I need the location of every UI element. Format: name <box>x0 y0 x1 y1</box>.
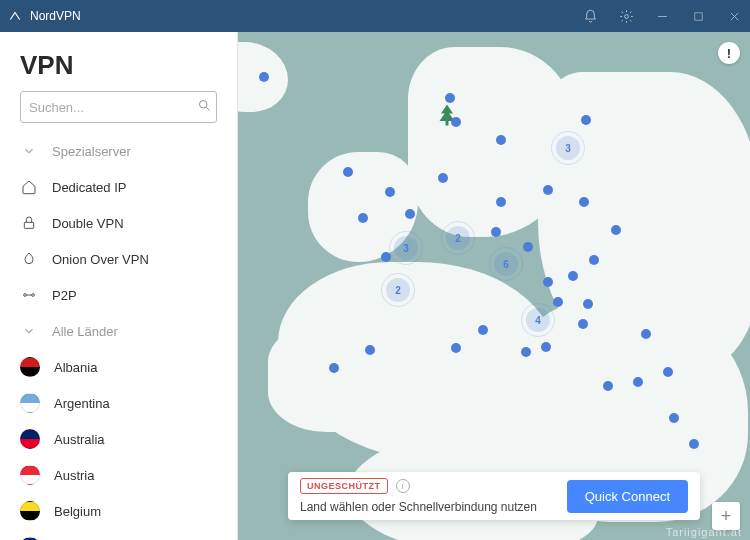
bell-icon[interactable] <box>582 8 598 24</box>
country-label: Belgium <box>54 504 101 519</box>
svg-rect-7 <box>24 222 33 228</box>
search-box[interactable] <box>20 91 217 123</box>
map-marker[interactable] <box>496 135 506 145</box>
map-marker[interactable] <box>641 329 651 339</box>
map-marker[interactable] <box>478 325 488 335</box>
server-label: Dedicated IP <box>52 180 126 195</box>
home-icon <box>20 178 38 196</box>
status-bar: UNGESCHÜTZT i Land wählen oder Schnellve… <box>288 472 700 520</box>
map-marker[interactable] <box>385 187 395 197</box>
server-label: Onion Over VPN <box>52 252 149 267</box>
lock-icon <box>20 214 38 232</box>
map-marker[interactable] <box>589 255 599 265</box>
svg-point-9 <box>32 294 35 297</box>
map-marker[interactable] <box>521 347 531 357</box>
map-marker[interactable] <box>543 185 553 195</box>
map-cluster-marker[interactable]: 4 <box>526 308 550 332</box>
onion-icon <box>20 250 38 268</box>
titlebar: NordVPN <box>0 0 750 32</box>
sidebar-title: VPN <box>20 50 217 81</box>
svg-rect-2 <box>694 12 701 19</box>
svg-rect-12 <box>446 121 449 126</box>
country-label: Australia <box>54 432 105 447</box>
search-icon <box>197 98 212 117</box>
map-marker[interactable] <box>583 299 593 309</box>
alert-badge[interactable]: ! <box>718 42 740 64</box>
close-icon[interactable] <box>726 8 742 24</box>
map-marker[interactable] <box>581 115 591 125</box>
flag-icon <box>20 465 40 485</box>
country-row[interactable]: Australia <box>0 421 237 457</box>
map-marker[interactable] <box>343 167 353 177</box>
status-badge: UNGESCHÜTZT <box>300 478 388 494</box>
map[interactable]: 322643 ! + UNGESCHÜTZT i Land wählen ode… <box>238 32 750 540</box>
server-list: Spezialserver Dedicated IP Double VPN On… <box>0 133 237 540</box>
sidebar: VPN Spezialserver Dedicated IP Double VP… <box>0 32 238 540</box>
map-cluster-marker[interactable]: 2 <box>446 226 470 250</box>
map-marker[interactable] <box>603 381 613 391</box>
svg-point-5 <box>200 100 208 108</box>
map-marker[interactable] <box>568 271 578 281</box>
gear-icon[interactable] <box>618 8 634 24</box>
server-label: P2P <box>52 288 77 303</box>
map-cluster-marker[interactable]: 3 <box>556 136 580 160</box>
country-row[interactable]: Albania <box>0 349 237 385</box>
quick-connect-button[interactable]: Quick Connect <box>567 480 688 513</box>
map-marker[interactable] <box>523 242 533 252</box>
map-marker[interactable] <box>445 93 455 103</box>
map-marker[interactable] <box>405 209 415 219</box>
map-cluster-marker[interactable]: 6 <box>494 252 518 276</box>
map-marker[interactable] <box>669 413 679 423</box>
section-label: Alle Länder <box>52 324 118 339</box>
map-marker[interactable] <box>611 225 621 235</box>
svg-point-8 <box>24 294 27 297</box>
server-p2p[interactable]: P2P <box>0 277 237 313</box>
search-input[interactable] <box>29 100 197 115</box>
map-marker[interactable] <box>543 277 553 287</box>
map-marker[interactable] <box>689 439 699 449</box>
map-marker[interactable] <box>541 342 551 352</box>
country-row[interactable]: Austria <box>0 457 237 493</box>
map-marker[interactable] <box>358 213 368 223</box>
country-row[interactable]: Bosnia and Herzegovina <box>0 529 237 540</box>
server-dedicated-ip[interactable]: Dedicated IP <box>0 169 237 205</box>
map-marker[interactable] <box>496 197 506 207</box>
map-marker[interactable] <box>663 367 673 377</box>
p2p-icon <box>20 286 38 304</box>
country-label: Austria <box>54 468 94 483</box>
svg-line-6 <box>206 107 209 110</box>
map-marker[interactable] <box>578 319 588 329</box>
section-special-servers[interactable]: Spezialserver <box>0 133 237 169</box>
minimize-icon[interactable] <box>654 8 670 24</box>
flag-icon <box>20 501 40 521</box>
map-cluster-marker[interactable]: 2 <box>386 278 410 302</box>
server-onion-over-vpn[interactable]: Onion Over VPN <box>0 241 237 277</box>
info-icon[interactable]: i <box>396 479 410 493</box>
app-logo-icon <box>8 9 22 23</box>
status-message: Land wählen oder Schnellverbindung nutze… <box>300 500 537 514</box>
watermark: Tariigigant.at <box>666 526 742 538</box>
flag-icon <box>20 429 40 449</box>
map-marker[interactable] <box>491 227 501 237</box>
map-marker[interactable] <box>329 363 339 373</box>
country-row[interactable]: Belgium <box>0 493 237 529</box>
country-row[interactable]: Argentina <box>0 385 237 421</box>
map-marker[interactable] <box>259 72 269 82</box>
map-cluster-marker[interactable]: 3 <box>394 236 418 260</box>
app-title: NordVPN <box>30 9 81 23</box>
section-all-countries[interactable]: Alle Länder <box>0 313 237 349</box>
map-marker[interactable] <box>451 117 461 127</box>
map-marker[interactable] <box>553 297 563 307</box>
map-marker[interactable] <box>451 343 461 353</box>
country-label: Albania <box>54 360 97 375</box>
map-marker[interactable] <box>365 345 375 355</box>
country-label: Argentina <box>54 396 110 411</box>
server-label: Double VPN <box>52 216 124 231</box>
maximize-icon[interactable] <box>690 8 706 24</box>
chevron-down-icon <box>20 322 38 340</box>
map-marker[interactable] <box>633 377 643 387</box>
server-double-vpn[interactable]: Double VPN <box>0 205 237 241</box>
map-marker[interactable] <box>579 197 589 207</box>
map-marker[interactable] <box>438 173 448 183</box>
flag-icon <box>20 357 40 377</box>
